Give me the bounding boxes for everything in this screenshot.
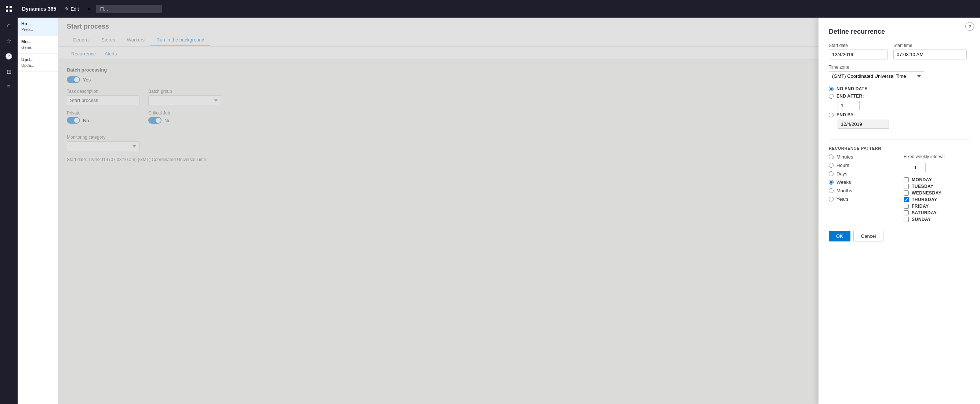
sidebar-item-1-title: Ho... — [21, 21, 54, 26]
saturday-label: SATURDAY — [912, 210, 937, 215]
clock-icon[interactable]: 🕐 — [0, 48, 18, 64]
day-wednesday-row: WEDNESDAY — [904, 191, 970, 196]
dialog-footer: OK Cancel — [829, 231, 970, 242]
day-monday-row: MONDAY — [904, 177, 970, 182]
pattern-months-radio[interactable] — [829, 188, 834, 193]
pattern-days-row: Days — [829, 171, 895, 177]
table-icon[interactable]: ⊞ — [0, 64, 18, 79]
divider-1 — [829, 139, 970, 140]
tuesday-label: TUESDAY — [912, 184, 934, 189]
sidebar-item-3[interactable]: Upd... Upda... — [18, 54, 57, 72]
wednesday-label: WEDNESDAY — [912, 191, 942, 196]
cancel-button[interactable]: Cancel — [853, 231, 883, 242]
sidebar-item-2-title: Mo... — [21, 39, 54, 45]
dialog-title: Define recurrence — [829, 28, 970, 36]
search-input[interactable] — [96, 5, 162, 13]
svg-rect-1 — [10, 6, 12, 8]
top-bar: Dynamics 365 ✎ Edit + — [18, 0, 980, 17]
pattern-hours-radio[interactable] — [829, 163, 834, 168]
sidebar-item-1[interactable]: Ho... Prep... — [18, 17, 57, 36]
saturday-checkbox[interactable] — [904, 210, 909, 215]
recurrence-pattern-section-label: RECURRENCE PATTERN — [829, 146, 970, 150]
recurrence-patterns: Minutes Hours Days Weeks — [829, 154, 895, 222]
day-friday-row: FRIDAY — [904, 204, 970, 209]
sidebar-list: Ho... Prep... Mo... Gene... Upd... Upda.… — [18, 17, 58, 404]
weekly-section: Fixed weekly interval MONDAY TUESDAY — [904, 154, 970, 222]
sidebar-item-2-sub: Gene... — [21, 45, 54, 49]
end-by-radio[interactable] — [829, 113, 834, 118]
pattern-hours-row: Hours — [829, 162, 895, 168]
monday-checkbox[interactable] — [904, 177, 909, 182]
pattern-years-row: Years — [829, 196, 895, 202]
friday-checkbox[interactable] — [904, 204, 909, 209]
wednesday-checkbox[interactable] — [904, 191, 909, 196]
pattern-months-row: Months — [829, 188, 895, 193]
no-end-date-row: NO END DATE — [829, 86, 970, 91]
start-time-label: Start time — [893, 43, 967, 48]
pattern-days-label: Days — [837, 171, 848, 177]
star-icon[interactable]: ☆ — [0, 33, 18, 48]
start-date-input[interactable] — [829, 49, 888, 59]
friday-label: FRIDAY — [912, 204, 929, 209]
main-panel: Start process General Stores Workers Run… — [58, 17, 980, 404]
start-date-field: Start date — [829, 43, 888, 59]
weekly-interval-input[interactable] — [904, 163, 926, 172]
define-recurrence-dialog: Define recurrence Start date Start time … — [818, 17, 980, 404]
start-date-label: Start date — [829, 43, 888, 48]
end-after-input[interactable] — [838, 101, 860, 110]
pattern-weeks-radio[interactable] — [829, 180, 834, 185]
pattern-minutes-label: Minutes — [837, 154, 853, 160]
brand-name: Dynamics 365 — [22, 6, 56, 12]
svg-rect-2 — [6, 10, 8, 12]
no-end-date-label: NO END DATE — [837, 86, 867, 91]
pattern-hours-label: Hours — [837, 162, 850, 168]
time-zone-select[interactable]: (GMT) Coordinated Universal Time — [829, 71, 924, 81]
pattern-weeks-label: Weeks — [837, 180, 851, 185]
pattern-days-radio[interactable] — [829, 171, 834, 176]
pattern-months-label: Months — [837, 188, 852, 193]
svg-rect-3 — [10, 10, 12, 12]
time-zone-label: Time zone — [829, 65, 970, 70]
start-datetime-row: Start date Start time — [829, 43, 970, 59]
help-icon[interactable]: ? — [965, 22, 974, 31]
thursday-label: THURSDAY — [912, 197, 937, 202]
content-area: Ho... Prep... Mo... Gene... Upd... Upda.… — [18, 17, 980, 404]
svg-rect-0 — [6, 6, 8, 8]
no-end-date-radio[interactable] — [829, 87, 834, 91]
start-time-input[interactable] — [893, 49, 967, 59]
home-icon[interactable]: ⌂ — [0, 17, 18, 33]
pattern-years-radio[interactable] — [829, 197, 834, 202]
sidebar-item-1-sub: Prep... — [21, 27, 54, 32]
end-after-radio[interactable] — [829, 94, 834, 99]
end-after-input-row — [829, 101, 970, 110]
sidebar-item-3-sub: Upda... — [21, 63, 54, 67]
pattern-years-label: Years — [837, 196, 849, 202]
time-zone-field: Time zone (GMT) Coordinated Universal Ti… — [829, 65, 970, 81]
end-after-row: END AFTER: — [829, 94, 970, 99]
tuesday-checkbox[interactable] — [904, 184, 909, 189]
sidebar-item-2[interactable]: Mo... Gene... — [18, 36, 57, 54]
pattern-minutes-radio[interactable] — [829, 154, 834, 159]
end-by-label: END BY: — [837, 112, 855, 118]
pattern-weeks-row: Weeks — [829, 180, 895, 185]
end-by-row: END BY: — [829, 112, 970, 118]
thursday-checkbox[interactable] — [904, 197, 909, 202]
weekly-interval-label: Fixed weekly interval — [904, 154, 970, 159]
left-nav: ⌂ ☆ 🕐 ⊞ ≡ — [0, 0, 18, 404]
start-time-field: Start time — [893, 43, 967, 59]
ok-button[interactable]: OK — [829, 231, 850, 242]
day-tuesday-row: TUESDAY — [904, 184, 970, 189]
end-by-input[interactable] — [838, 119, 889, 129]
edit-button[interactable]: ✎ Edit — [62, 5, 81, 13]
end-by-input-row — [829, 119, 970, 129]
end-options-group: NO END DATE END AFTER: END BY: — [829, 86, 970, 129]
add-button[interactable]: + — [85, 5, 94, 13]
end-after-label: END AFTER: — [837, 94, 864, 99]
day-thursday-row: THURSDAY — [904, 197, 970, 202]
sunday-checkbox[interactable] — [904, 217, 909, 222]
list-icon[interactable]: ≡ — [0, 79, 18, 95]
sunday-label: SUNDAY — [912, 217, 931, 222]
recurrence-grid: Minutes Hours Days Weeks — [829, 154, 970, 222]
grid-icon[interactable] — [0, 0, 18, 17]
days-group: MONDAY TUESDAY WEDNESDAY — [904, 177, 970, 222]
